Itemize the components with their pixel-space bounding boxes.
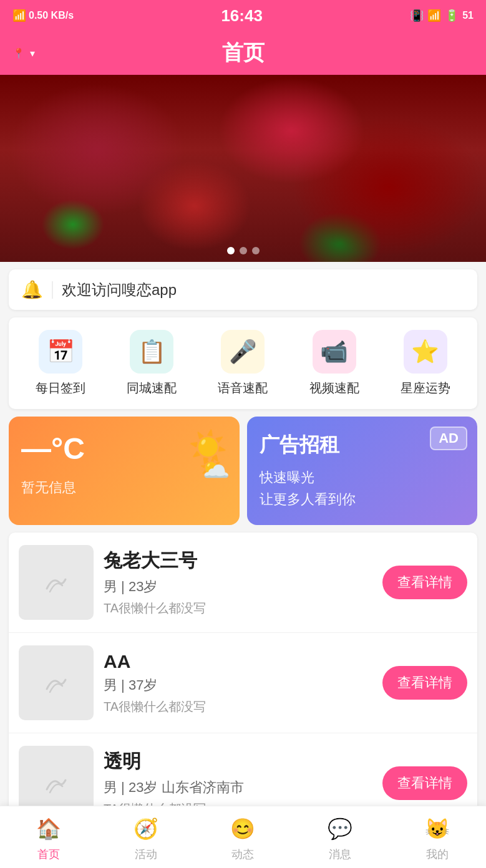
battery-icon: 🔋 <box>445 9 459 22</box>
weather-no-info: 暂无信息 <box>21 478 227 497</box>
user-info-1: 兔老大三号 男 | 23岁 TA很懒什么都没写 <box>104 548 372 617</box>
user-name-2: AA <box>104 651 372 672</box>
user-meta-2: 男 | 37岁 <box>104 676 372 695</box>
voice-match-icon: 🎤 <box>221 330 265 374</box>
bottom-nav: 🏠 首页 🧭 活动 😊 动态 💬 消息 😺 我的 <box>0 806 486 868</box>
local-match-label: 同城速配 <box>127 380 177 397</box>
moments-icon: 😊 <box>227 813 258 844</box>
icon-horoscope[interactable]: ⭐ 星座运势 <box>401 330 450 397</box>
messages-icon: 💬 <box>324 813 356 844</box>
nav-profile[interactable]: 😺 我的 <box>422 813 453 862</box>
ad-card[interactable]: 广告招租 AD 快速曝光 让更多人看到你 <box>247 417 478 525</box>
icon-voice-match[interactable]: 🎤 语音速配 <box>218 330 268 397</box>
battery-level: 51 <box>462 10 474 21</box>
profile-icon: 😺 <box>422 813 453 844</box>
user-name-3: 透明 <box>104 749 372 774</box>
checkin-icon: 📅 <box>39 330 82 374</box>
nav-activity[interactable]: 🧭 活动 <box>130 813 162 862</box>
page-title: 首页 <box>222 39 265 67</box>
nav-messages[interactable]: 💬 消息 <box>324 813 356 862</box>
weather-card: —°C ☀️ ⛅ 暂无信息 <box>9 417 240 525</box>
notification-bar: 🔔 欢迎访问嗖恋app <box>9 269 477 310</box>
dot-2[interactable] <box>240 247 247 254</box>
location-area[interactable]: 📍 ▾ <box>12 47 35 59</box>
user-avatar-1 <box>19 545 94 620</box>
messages-label: 消息 <box>329 847 351 862</box>
view-detail-btn-3[interactable]: 查看详情 <box>382 766 467 800</box>
user-name-1: 兔老大三号 <box>104 548 372 574</box>
video-match-icon: 📹 <box>313 330 356 374</box>
status-right: 📳 📶 🔋 51 <box>410 9 474 22</box>
notif-divider <box>52 281 53 299</box>
icon-video-match[interactable]: 📹 视频速配 <box>309 330 359 397</box>
user-item: AA 男 | 37岁 TA很懒什么都没写 查看详情 <box>9 633 477 733</box>
user-bio-2: TA很懒什么都没写 <box>104 698 372 715</box>
user-bio-1: TA很懒什么都没写 <box>104 600 372 617</box>
location-icon: 📍 <box>12 47 25 59</box>
banner <box>0 75 486 262</box>
notification-text: 欢迎访问嗖恋app <box>62 280 177 300</box>
vibrate-icon: 📳 <box>410 9 424 22</box>
user-meta-3: 男 | 23岁 山东省济南市 <box>104 778 372 797</box>
voice-match-label: 语音速配 <box>218 380 268 397</box>
horoscope-icon: ⭐ <box>404 330 447 374</box>
feature-icons-grid: 📅 每日签到 📋 同城速配 🎤 语音速配 📹 视频速配 ⭐ 星座运势 <box>9 317 477 409</box>
nav-home[interactable]: 🏠 首页 <box>33 813 64 862</box>
view-detail-btn-2[interactable]: 查看详情 <box>382 666 467 700</box>
ad-line1: 快速曝光 <box>260 466 465 488</box>
activity-icon: 🧭 <box>130 813 162 844</box>
user-avatar-2 <box>19 645 94 720</box>
dropdown-icon: ▾ <box>30 47 35 59</box>
ad-badge: AD <box>430 427 467 450</box>
view-detail-btn-1[interactable]: 查看详情 <box>382 566 467 599</box>
profile-label: 我的 <box>426 847 449 862</box>
moments-label: 动态 <box>231 847 254 862</box>
status-signal: 📶 0.50 KB/s <box>12 9 74 22</box>
activity-label: 活动 <box>135 847 157 862</box>
banner-image <box>0 75 486 262</box>
wifi-icon: 📶 <box>427 9 441 22</box>
home-icon: 🏠 <box>33 813 64 844</box>
icon-local-match[interactable]: 📋 同城速配 <box>127 330 177 397</box>
user-info-2: AA 男 | 37岁 TA很懒什么都没写 <box>104 651 372 715</box>
dot-1[interactable] <box>227 247 235 254</box>
user-item: 兔老大三号 男 | 23岁 TA很懒什么都没写 查看详情 <box>9 533 477 633</box>
dot-3[interactable] <box>252 247 260 254</box>
status-bar: 📶 0.50 KB/s 16:43 📳 📶 🔋 51 <box>0 0 486 31</box>
video-match-label: 视频速配 <box>309 380 359 397</box>
weather-ad-row: —°C ☀️ ⛅ 暂无信息 广告招租 AD 快速曝光 让更多人看到你 <box>9 417 477 525</box>
horoscope-label: 星座运势 <box>401 380 450 397</box>
checkin-label: 每日签到 <box>36 380 85 397</box>
ad-line2: 让更多人看到你 <box>260 488 465 510</box>
home-label: 首页 <box>37 847 60 862</box>
data-speed: 0.50 KB/s <box>29 10 74 21</box>
local-match-icon: 📋 <box>130 330 173 374</box>
banner-dots <box>227 247 260 254</box>
signal-icon: 📶 <box>12 9 26 22</box>
status-time: 16:43 <box>221 6 263 26</box>
user-meta-1: 男 | 23岁 <box>104 577 372 596</box>
nav-moments[interactable]: 😊 动态 <box>227 813 258 862</box>
icon-checkin[interactable]: 📅 每日签到 <box>36 330 85 397</box>
bell-icon: 🔔 <box>21 279 43 300</box>
top-nav: 📍 ▾ 首页 <box>0 31 486 75</box>
ad-subtitle: 快速曝光 让更多人看到你 <box>260 466 465 510</box>
